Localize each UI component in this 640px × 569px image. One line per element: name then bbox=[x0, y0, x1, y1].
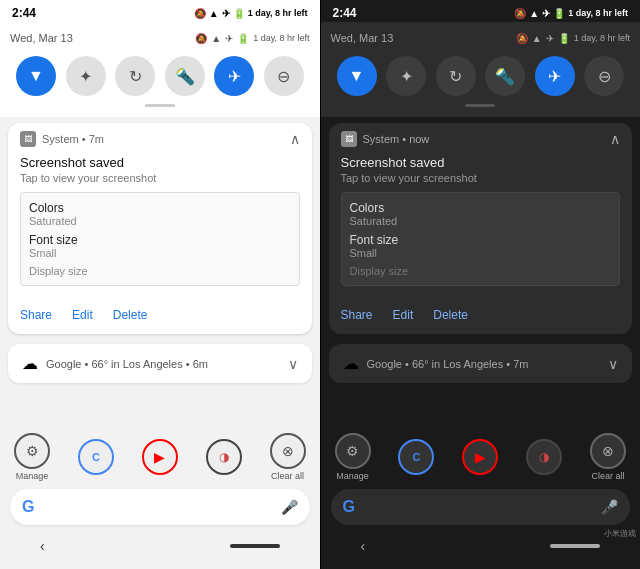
date-left: Wed, Mar 13 bbox=[10, 32, 73, 44]
clearall-right[interactable]: ⊗ Clear all bbox=[590, 433, 626, 481]
weather-icon-right: ☁ bbox=[343, 354, 359, 373]
weather-icon-left: ☁ bbox=[22, 354, 38, 373]
time-left: 2:44 bbox=[12, 6, 36, 20]
delete-button-left[interactable]: Delete bbox=[111, 304, 150, 326]
weather-card-right[interactable]: ☁ Google • 66° in Los Angeles • 7m ∨ bbox=[329, 344, 633, 383]
left-panel: 2:44 🔕 ▲ ✈ 🔋 1 day, 8 hr left Wed, Mar 1… bbox=[0, 0, 320, 569]
scroll-indicator-right bbox=[465, 104, 495, 107]
weather-text-right: Google • 66° in Los Angeles • 7m bbox=[367, 358, 529, 370]
mic-icon-left[interactable]: 🎤 bbox=[281, 499, 298, 515]
fontsize-val-left: Small bbox=[29, 247, 291, 259]
mute-icon-qs: 🔕 bbox=[195, 33, 207, 44]
back-button-left[interactable]: ‹ bbox=[40, 538, 45, 554]
edit-button-right[interactable]: Edit bbox=[391, 304, 416, 326]
dnd-toggle-right[interactable]: ⊖ bbox=[584, 56, 624, 96]
youtube-icon-left[interactable]: ▶ bbox=[142, 439, 178, 475]
notif-meta-left: 🖼 System • 7m bbox=[20, 131, 104, 147]
colors-label-right: Colors bbox=[350, 201, 612, 215]
mute-icon-qs-right: 🔕 bbox=[516, 33, 528, 44]
status-bar-left: 2:44 🔕 ▲ ✈ 🔋 1 day, 8 hr left bbox=[0, 0, 320, 22]
google-g-right: G bbox=[343, 498, 355, 516]
home-pill-right[interactable] bbox=[550, 544, 600, 548]
sync-toggle-left[interactable]: ↻ bbox=[115, 56, 155, 96]
youtube-icon-right[interactable]: ▶ bbox=[462, 439, 498, 475]
home-pill-left[interactable] bbox=[230, 544, 280, 548]
app3-icon-right[interactable]: ◑ bbox=[526, 439, 562, 475]
wifi-icon-status: ▲ bbox=[209, 8, 219, 19]
notif-header-right: 🖼 System • now ∧ bbox=[329, 123, 633, 151]
clearall-icon-right[interactable]: ⊗ bbox=[590, 433, 626, 469]
gear-icon-right: ⚙ bbox=[346, 443, 359, 459]
battery-text-right: 1 day, 8 hr left bbox=[568, 8, 628, 18]
notif-subtitle-left: Tap to view your screenshot bbox=[20, 172, 300, 184]
chrome-icon-right[interactable]: C bbox=[398, 439, 434, 475]
battery-icon-right: 🔋 bbox=[553, 8, 565, 19]
app3-icon-left[interactable]: ◑ bbox=[206, 439, 242, 475]
weather-chevron-left[interactable]: ∨ bbox=[288, 356, 298, 372]
battery-qs: 🔋 bbox=[237, 33, 249, 44]
share-button-left[interactable]: Share bbox=[18, 304, 54, 326]
scroll-indicator-left bbox=[145, 104, 175, 107]
flashlight-toggle-right[interactable]: 🔦 bbox=[485, 56, 525, 96]
airplane-icon-status: ✈ bbox=[222, 8, 230, 19]
wifi-toggle-right[interactable]: ▼ bbox=[337, 56, 377, 96]
sync-toggle-right[interactable]: ↻ bbox=[436, 56, 476, 96]
battery-text-qs: 1 day, 8 hr left bbox=[253, 33, 309, 43]
dnd-toggle-left[interactable]: ⊖ bbox=[264, 56, 304, 96]
notification-card-left[interactable]: 🖼 System • 7m ∧ Screenshot saved Tap to … bbox=[8, 123, 312, 334]
battery-icon: 🔋 bbox=[233, 8, 245, 19]
clear-icon-left: ⊗ bbox=[282, 443, 294, 459]
edit-button-left[interactable]: Edit bbox=[70, 304, 95, 326]
bottom-bar-right: ⚙ Manage C ▶ ◑ ⊗ Clear all G 🎤 bbox=[321, 423, 641, 569]
search-bar-right[interactable]: G 🎤 bbox=[331, 489, 631, 525]
notification-card-right[interactable]: 🖼 System • now ∧ Screenshot saved Tap to… bbox=[329, 123, 633, 334]
date-right: Wed, Mar 13 bbox=[331, 32, 394, 44]
toggle-row-left: ▼ ✦ ↻ 🔦 ✈ ⊖ bbox=[10, 56, 310, 96]
notif-chevron-left[interactable]: ∧ bbox=[290, 131, 300, 147]
wifi-qs: ▲ bbox=[211, 33, 221, 44]
system-label-left: System • 7m bbox=[42, 133, 104, 145]
weather-info-right: ☁ Google • 66° in Los Angeles • 7m bbox=[343, 354, 529, 373]
manage-icon-right[interactable]: ⚙ bbox=[335, 433, 371, 469]
airplane-toggle-right[interactable]: ✈ bbox=[535, 56, 575, 96]
weather-info-left: ☁ Google • 66° in Los Angeles • 6m bbox=[22, 354, 208, 373]
bluetooth-toggle-right[interactable]: ✦ bbox=[386, 56, 426, 96]
app-icon-right: 🖼 bbox=[341, 131, 357, 147]
preview-fontsize-right: Font size Small bbox=[350, 233, 612, 259]
gear-icon-left: ⚙ bbox=[26, 443, 39, 459]
chrome-icon-left[interactable]: C bbox=[78, 439, 114, 475]
airplane-toggle-left[interactable]: ✈ bbox=[214, 56, 254, 96]
manage-right[interactable]: ⚙ Manage bbox=[335, 433, 371, 481]
battery-text-qs-right: 1 day, 8 hr left bbox=[574, 33, 630, 43]
status-icons-left: 🔕 ▲ ✈ 🔋 1 day, 8 hr left bbox=[194, 8, 308, 19]
notif-chevron-right[interactable]: ∧ bbox=[610, 131, 620, 147]
delete-button-right[interactable]: Delete bbox=[431, 304, 470, 326]
flashlight-toggle-left[interactable]: 🔦 bbox=[165, 56, 205, 96]
manage-icon-left[interactable]: ⚙ bbox=[14, 433, 50, 469]
clearall-icon-left[interactable]: ⊗ bbox=[270, 433, 306, 469]
battery-text-left: 1 day, 8 hr left bbox=[248, 8, 308, 18]
preview-fontsize-left: Font size Small bbox=[29, 233, 291, 259]
colors-label-left: Colors bbox=[29, 201, 291, 215]
weather-card-left[interactable]: ☁ Google • 66° in Los Angeles • 6m ∨ bbox=[8, 344, 312, 383]
app-row-left: ⚙ Manage C ▶ ◑ ⊗ Clear all bbox=[0, 429, 320, 485]
clearall-label-left: Clear all bbox=[271, 471, 304, 481]
notif-meta-right: 🖼 System • now bbox=[341, 131, 430, 147]
manage-left[interactable]: ⚙ Manage bbox=[14, 433, 50, 481]
mic-icon-right[interactable]: 🎤 bbox=[601, 499, 618, 515]
fontsize-label-right: Font size bbox=[350, 233, 612, 247]
time-right: 2:44 bbox=[333, 6, 357, 20]
preview-overflow-right: Display size bbox=[350, 265, 612, 277]
clearall-left[interactable]: ⊗ Clear all bbox=[270, 433, 306, 481]
app-row-right: ⚙ Manage C ▶ ◑ ⊗ Clear all bbox=[321, 429, 641, 485]
date-row-left: Wed, Mar 13 🔕 ▲ ✈ 🔋 1 day, 8 hr left bbox=[10, 30, 310, 48]
notif-header-left: 🖼 System • 7m ∧ bbox=[8, 123, 312, 151]
status-bar-right: 2:44 🔕 ▲ ✈ 🔋 1 day, 8 hr left bbox=[321, 0, 641, 22]
share-button-right[interactable]: Share bbox=[339, 304, 375, 326]
notif-body-right: Screenshot saved Tap to view your screen… bbox=[329, 151, 633, 300]
wifi-toggle-left[interactable]: ▼ bbox=[16, 56, 56, 96]
bluetooth-toggle-left[interactable]: ✦ bbox=[66, 56, 106, 96]
weather-chevron-right[interactable]: ∨ bbox=[608, 356, 618, 372]
search-bar-left[interactable]: G 🎤 bbox=[10, 489, 310, 525]
back-button-right[interactable]: ‹ bbox=[361, 538, 366, 554]
